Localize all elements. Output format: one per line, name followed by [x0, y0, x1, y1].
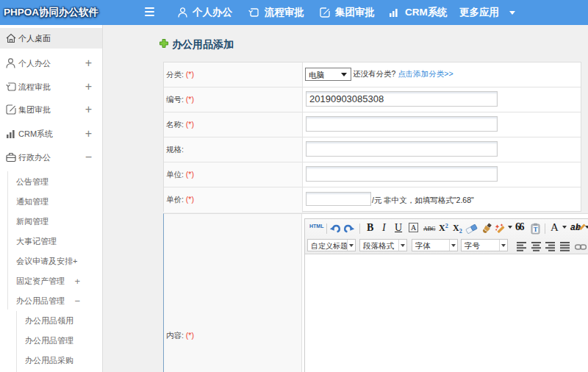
svg-text:T: T — [534, 226, 538, 233]
